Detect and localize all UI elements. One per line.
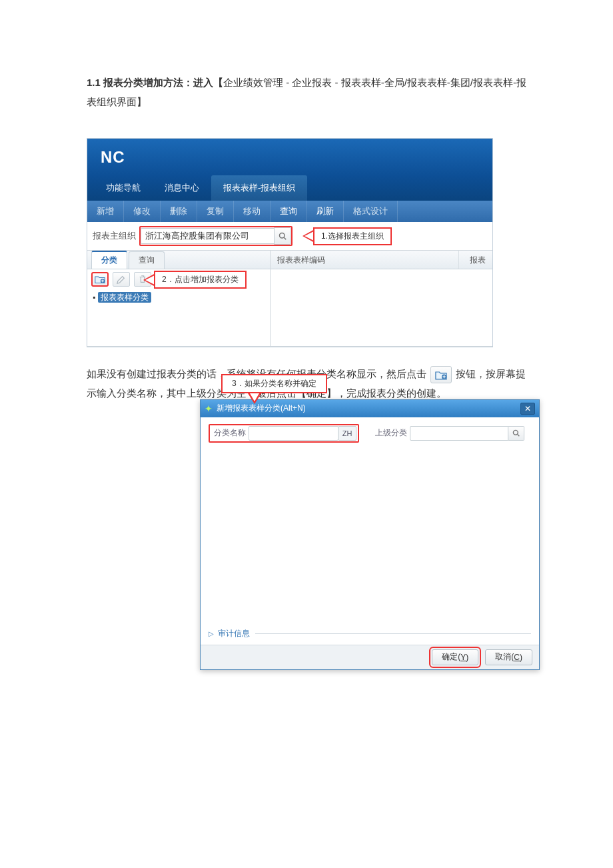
nav-tabs: 功能导航 消息中心 报表表样-报表组织 [87,175,492,201]
cancel-button[interactable]: 取消(C) [485,649,532,665]
screenshot-dialog-wrap: 3．如果分类名称并确定 ✦ 新增报表表样分类(Alt+N) ✕ 分类名称 ZH [200,399,526,670]
dialog-button-bar: 确定(Y) 取消(C) [201,645,539,669]
category-name-label: 分类名称 [211,427,249,439]
toolbar-format[interactable]: 格式设计 [344,201,398,222]
ok-button[interactable]: 确定(Y) [432,649,478,665]
toolbar-copy[interactable]: 复制 [197,201,234,222]
left-panel: 分类 查询 [87,251,271,346]
dialog-body: 分类名称 ZH 上级分类 [201,417,539,624]
ok-highlight: 确定(Y) [432,649,478,665]
close-icon: ✕ [524,404,531,413]
folder-plus-icon [435,370,447,380]
edit-category-button[interactable] [113,272,130,287]
nav-tab-active[interactable]: 报表表样-报表组织 [211,175,307,201]
tree-root-label[interactable]: 报表表样分类 [98,292,151,303]
category-name-input[interactable] [249,426,338,441]
subtab-query[interactable]: 查询 [129,251,165,269]
tree-toolbar: 2．点击增加报表分类 [87,269,270,289]
dialog-title-text: 新增报表表样分类(Alt+N) [217,403,306,414]
nc-logo: NC [101,148,125,167]
category-name-highlight: 分类名称 ZH [209,424,359,443]
callout-3-wrap: 3．如果分类名称并确定 [221,374,327,393]
callout-2: 2．点击增加报表分类 [154,271,247,289]
nav-tab-func[interactable]: 功能导航 [94,175,153,201]
callout-1: 1.选择报表主组织 [313,227,392,245]
callout-2-wrap: 2．点击增加报表分类 [143,271,247,289]
parent-category-label: 上级分类 [372,427,410,439]
org-label: 报表主组织 [93,230,139,242]
grid-col-report: 报表 [459,251,492,269]
new-category-dialog: ✦ 新增报表表样分类(Alt+N) ✕ 分类名称 ZH 上级分类 [200,399,540,670]
audit-info-row[interactable]: ▷ 审计信息 [201,624,539,645]
parent-category-search-button[interactable] [508,426,524,441]
screenshot-nc-app: NC 功能导航 消息中心 报表表样-报表组织 新增 修改 删除 复制 移动 查询… [87,138,493,347]
svg-point-0 [280,233,285,239]
grid-header: 报表表样编码 报表 [271,251,492,269]
add-category-button[interactable] [91,272,109,287]
edit-icon [117,275,126,284]
search-icon [512,429,520,437]
svg-point-4 [513,430,518,435]
org-input-highlight [139,226,293,246]
org-input[interactable] [141,228,274,244]
grid-col-code: 报表表样编码 [271,251,459,269]
parent-category-input[interactable] [410,426,508,441]
toolbar-edit[interactable]: 修改 [124,201,161,222]
subtab-category[interactable]: 分类 [91,251,127,269]
toolbar-refresh[interactable]: 刷新 [307,201,344,222]
callout-arrow-down-icon [248,393,261,404]
subtabs: 分类 查询 [87,251,270,269]
dialog-close-button[interactable]: ✕ [520,403,535,415]
toolbar-del[interactable]: 删除 [161,201,197,222]
section-heading: 1.1 报表分类增加方法：进入【企业绩效管理 - 企业报表 - 报表表样-全局/… [87,73,526,111]
org-search-button[interactable] [274,227,291,245]
svg-line-1 [284,237,286,239]
nav-tab-msg[interactable]: 消息中心 [153,175,211,201]
app-header: NC [87,139,492,175]
right-panel: 报表表样编码 报表 [271,251,492,346]
dialog-star-icon: ✦ [205,403,213,414]
svg-line-5 [518,435,520,437]
callout-1-wrap: 1.选择报表主组织 [303,227,392,245]
lang-badge[interactable]: ZH [338,426,356,441]
parent-category-group: 上级分类 [372,426,524,441]
toolbar-new[interactable]: 新增 [87,201,124,222]
expand-icon: ▷ [209,630,214,637]
toolbar: 新增 修改 删除 复制 移动 查询 刷新 格式设计 [87,201,492,222]
toolbar-query[interactable]: 查询 [271,201,307,222]
toolbar-move[interactable]: 移动 [234,201,271,222]
search-icon [279,232,287,240]
inline-add-icon [430,366,452,383]
divider [255,633,531,634]
callout-3: 3．如果分类名称并确定 [221,374,327,393]
folder-plus-icon [95,275,105,284]
heading-bold: 1.1 报表分类增加方法：进入【 [87,77,223,88]
audit-info-label: 审计信息 [218,628,250,639]
org-row: 报表主组织 1.选择报表主组织 [87,222,492,251]
tree-root: ▪ 报表表样分类 [93,292,265,303]
